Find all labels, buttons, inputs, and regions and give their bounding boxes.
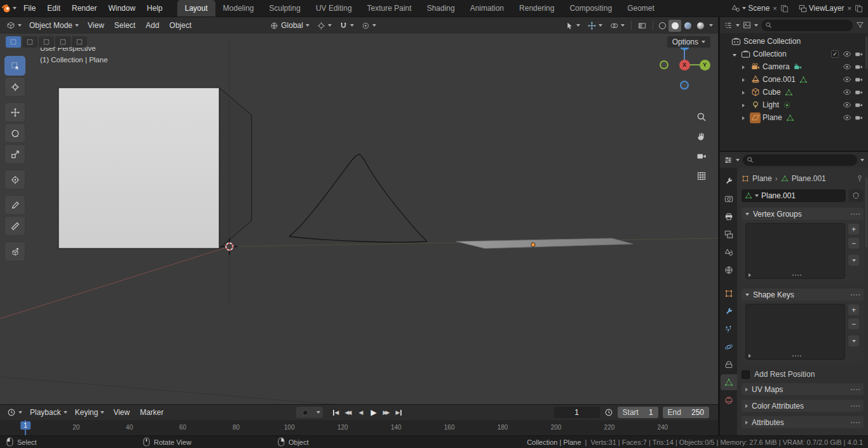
outliner-row-scene-collection[interactable]: Scene Collection [720, 35, 868, 48]
auto-key-button[interactable] [296, 407, 314, 418]
viewport-menu-view[interactable]: View [83, 17, 109, 34]
timeline-ruler[interactable]: 1 20406080100120140160180200220240 [0, 420, 718, 435]
current-frame-badge[interactable]: 1 [20, 421, 31, 430]
viewport-menu-add[interactable]: Add [140, 17, 164, 34]
menu-file[interactable]: File [18, 0, 41, 17]
tool-transform[interactable] [4, 170, 25, 189]
workspace-tab-sculpting[interactable]: Sculpting [262, 0, 308, 17]
properties-tab-material[interactable] [721, 392, 737, 408]
eye-icon[interactable] [841, 62, 853, 71]
chevron-down-icon[interactable] [736, 24, 740, 27]
play-button[interactable]: ▶ [367, 407, 380, 418]
workspace-tab-texture-paint[interactable]: Texture Paint [360, 0, 419, 17]
workspace-tab-uv-editing[interactable]: UV Editing [308, 0, 360, 17]
next-keyframe-button[interactable]: ▶▶ [380, 407, 393, 418]
view-layer-icon[interactable] [799, 4, 807, 13]
disable-in-renders-icon[interactable] [853, 101, 865, 109]
workspace-tab-modeling[interactable]: Modeling [215, 0, 262, 17]
panel-color-attributes[interactable]: Color Attributes [742, 400, 864, 412]
disable-in-renders-icon[interactable] [853, 63, 865, 71]
vertex-group-remove-button[interactable]: − [848, 237, 860, 249]
disable-in-renders-icon[interactable] [853, 50, 865, 58]
camera-view-icon[interactable] [695, 149, 709, 163]
expand-icon[interactable] [742, 62, 749, 71]
outliner-editor-icon[interactable] [724, 21, 733, 30]
tool-add-cube[interactable] [4, 241, 25, 261]
select-mode-invert[interactable] [55, 36, 71, 48]
chevron-down-icon[interactable] [736, 159, 740, 161]
scene-name[interactable]: Scene [748, 4, 770, 13]
gizmo-axis-neg-y[interactable] [660, 60, 668, 69]
outliner-row-light[interactable]: Light [720, 98, 868, 111]
snapping-dropdown[interactable] [336, 18, 358, 32]
properties-tab-render[interactable] [721, 191, 737, 207]
list-resize-grip-icon[interactable] [792, 275, 801, 276]
menu-render[interactable]: Render [66, 0, 102, 17]
properties-scrollbar[interactable] [865, 177, 867, 247]
properties-search-input[interactable] [743, 154, 857, 166]
properties-tab-tool[interactable] [721, 173, 737, 189]
xray-toggle[interactable] [634, 18, 650, 32]
disable-in-renders-icon[interactable] [853, 114, 865, 122]
view-layer-copy-icon[interactable] [855, 4, 863, 13]
outliner-row-collection[interactable]: Collection✓ [720, 48, 868, 60]
properties-tab-view-layer[interactable] [721, 226, 737, 242]
list-filter-expand-icon[interactable] [749, 354, 751, 358]
properties-tab-particles[interactable] [721, 321, 737, 337]
transform-orientation-dropdown[interactable]: Global [266, 18, 313, 32]
breadcrumb-object[interactable]: Plane [752, 174, 772, 183]
end-frame-field[interactable]: End 250 [663, 407, 709, 418]
shading-material-button[interactable] [681, 20, 694, 32]
fake-user-button[interactable] [848, 189, 864, 202]
select-mode-extend[interactable] [22, 36, 37, 48]
mode-dropdown[interactable]: Object Mode [25, 18, 83, 32]
start-frame-field[interactable]: Start 1 [618, 407, 658, 418]
shading-wireframe-button[interactable] [656, 20, 668, 32]
playback-dropdown[interactable]: Playback [26, 405, 71, 419]
select-mode-set[interactable] [6, 36, 21, 48]
list-resize-grip-icon[interactable] [792, 355, 801, 356]
shading-rendered-button[interactable] [694, 20, 707, 32]
eye-icon[interactable] [841, 50, 853, 58]
properties-tab-object[interactable] [721, 285, 737, 301]
editor-type-button[interactable] [3, 18, 25, 32]
pan-hand-icon[interactable] [695, 130, 709, 144]
shape-keys-panel-header[interactable]: Shape Keys [742, 288, 864, 301]
shading-solid-button[interactable] [668, 20, 681, 32]
play-reverse-button[interactable]: ◀ [355, 407, 367, 418]
outliner-scrollbar[interactable] [865, 36, 867, 69]
workspace-tab-layout[interactable]: Layout [177, 0, 215, 17]
expand-icon[interactable] [733, 50, 739, 58]
current-frame-field[interactable]: 1 [554, 407, 600, 418]
jump-to-start-button[interactable]: ◀ [329, 407, 342, 418]
properties-tab-modifiers[interactable] [721, 303, 737, 319]
jump-to-end-button[interactable]: ▶ [393, 407, 405, 418]
panel-uv-maps[interactable]: UV Maps [742, 383, 864, 395]
tool-move[interactable] [4, 102, 25, 122]
orthographic-grid-icon[interactable] [695, 169, 709, 183]
tool-cursor[interactable] [4, 77, 25, 97]
outliner-row-camera[interactable]: Camera [720, 60, 868, 73]
gizmo-axis-neg-z[interactable] [680, 81, 689, 90]
auto-key-dropdown[interactable] [314, 407, 323, 418]
mesh-name-field[interactable]: Plane.001 [742, 189, 846, 202]
timeline-editor-type-button[interactable] [3, 405, 26, 419]
object-visibility-dropdown[interactable] [562, 18, 584, 32]
vertex-group-add-button[interactable]: + [848, 223, 860, 235]
properties-tab-physics[interactable] [721, 339, 737, 355]
vertex-groups-panel-header[interactable]: Vertex Groups [742, 208, 864, 220]
expand-icon[interactable] [742, 113, 749, 122]
keying-dropdown[interactable]: Keying [71, 405, 109, 419]
tool-tweak-select[interactable] [4, 56, 25, 76]
menu-help[interactable]: Help [141, 0, 168, 17]
properties-tab-output[interactable] [721, 208, 737, 224]
zoom-icon[interactable] [695, 110, 709, 124]
disable-in-renders-icon[interactable] [853, 76, 865, 84]
eye-icon[interactable] [841, 88, 853, 97]
vertex-groups-list[interactable] [745, 223, 845, 279]
tool-measure[interactable] [4, 216, 25, 236]
select-mode-subtract[interactable] [39, 36, 54, 48]
view-layer-unlink-icon[interactable]: × [846, 4, 853, 12]
viewport-menu-object[interactable]: Object [165, 17, 197, 34]
gizmo-axis-x[interactable]: X [679, 60, 690, 71]
